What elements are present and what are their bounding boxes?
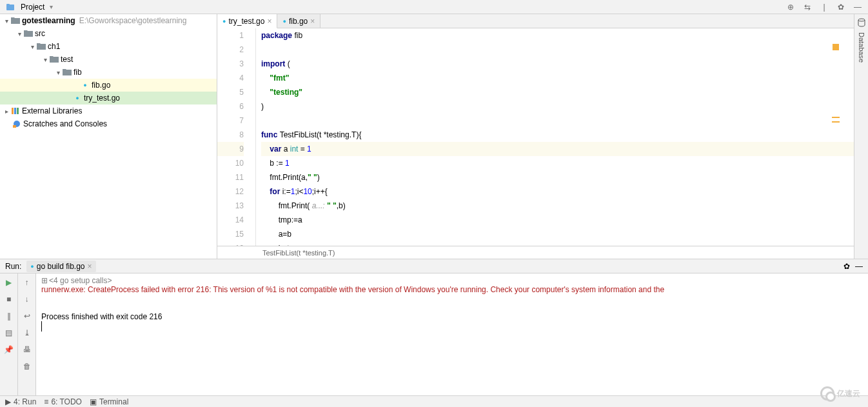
tree-folder-fib[interactable]: ▾ fib: [0, 66, 217, 79]
code-line[interactable]: fmt.Print(a," "): [261, 170, 854, 184]
hide-icon[interactable]: —: [855, 262, 863, 271]
code-line[interactable]: import (: [261, 57, 854, 71]
line-number: 4: [217, 71, 244, 85]
pin-icon[interactable]: 📌: [3, 343, 15, 356]
svg-rect-2: [12, 108, 14, 114]
code-line[interactable]: a=b: [261, 227, 854, 241]
editor-code[interactable]: package fib import ( "fmt" "testing") fu…: [256, 28, 854, 246]
editor-body[interactable]: 12345678910111213141516 package fib impo…: [217, 28, 854, 246]
locate-icon[interactable]: ⊕: [784, 1, 797, 14]
tree-label: test: [61, 55, 73, 64]
settings-icon[interactable]: ✿: [843, 262, 850, 271]
chevron-down-icon[interactable]: ▾: [41, 56, 49, 63]
svg-rect-3: [14, 108, 16, 114]
tree-folder-src[interactable]: ▾ src: [0, 27, 217, 40]
bottom-todo[interactable]: ≡ 6: TODO: [44, 397, 82, 406]
tab-fib[interactable]: ● fib.go ×: [277, 14, 321, 28]
run-side-toolbar: ▶ ■ ‖ ▤ 📌: [0, 273, 18, 395]
warning-line-marker[interactable]: [832, 117, 840, 118]
chevron-down-icon[interactable]: ▾: [15, 30, 23, 37]
chevron-down-icon[interactable]: ▾: [54, 69, 62, 76]
line-number: 7: [217, 114, 244, 128]
close-icon[interactable]: ×: [267, 17, 271, 26]
hide-icon[interactable]: —: [851, 1, 864, 14]
tree-folder-ch1[interactable]: ▾ ch1: [0, 40, 217, 53]
go-test-icon: ●: [72, 93, 83, 103]
code-line[interactable]: for i:=1;i<10;i++{: [261, 184, 854, 199]
project-path: E:\Goworkspace\gotestlearning: [79, 16, 187, 25]
run-tab[interactable]: ● go build fib.go ×: [26, 261, 95, 272]
line-number: 1: [217, 28, 244, 43]
library-icon: [10, 106, 21, 116]
run-panel: Run: ● go build fib.go × ✿ — ▶ ■ ‖ ▤ 📌 ↑…: [0, 259, 868, 395]
print-icon[interactable]: 🖶: [21, 343, 34, 356]
code-line[interactable]: "testing": [261, 85, 854, 99]
bottom-run[interactable]: ▶ 4: Run: [5, 397, 36, 406]
tree-label: External Libraries: [22, 106, 82, 115]
tree-scratches[interactable]: Scratches and Consoles: [0, 117, 217, 130]
tree-external-libraries[interactable]: ▸ External Libraries: [0, 104, 217, 117]
bottom-run-label: 4: Run: [14, 397, 36, 406]
code-line[interactable]: func TestFibList(t *testing.T){: [261, 128, 854, 142]
svg-point-7: [858, 19, 865, 21]
run-header: Run: ● go build fib.go × ✿ —: [0, 259, 868, 273]
go-file-icon: ●: [80, 80, 90, 90]
code-line[interactable]: ): [261, 99, 854, 114]
line-number: 9: [217, 142, 244, 156]
expand-icon[interactable]: ⇆: [801, 1, 814, 14]
project-label: Project: [21, 3, 44, 12]
code-line[interactable]: package fib: [261, 28, 854, 43]
tab-try-test[interactable]: ● try_test.go ×: [217, 14, 277, 28]
code-line[interactable]: tmp:=a: [261, 213, 854, 227]
tree-file-try-test[interactable]: ● try_test.go: [0, 92, 217, 104]
tree-root[interactable]: ▾ gotestlearning E:\Goworkspace\gotestle…: [0, 14, 217, 27]
code-line[interactable]: b := 1: [261, 156, 854, 170]
code-line[interactable]: fmt.Print( a...: " ",b): [261, 199, 854, 213]
console-output[interactable]: ⊞<4 go setup calls> runnerw.exe: CreateP…: [36, 273, 868, 395]
divider-icon: |: [818, 1, 831, 14]
dropdown-icon[interactable]: ▾: [50, 3, 53, 10]
close-icon[interactable]: ×: [88, 262, 92, 271]
line-number: 6: [217, 99, 244, 114]
folder-icon: [23, 28, 34, 39]
fold-icon[interactable]: ⊞: [41, 276, 48, 285]
stop-icon[interactable]: ■: [3, 293, 15, 306]
line-number: 13: [217, 199, 244, 213]
breadcrumb[interactable]: TestFibList(t *testing.T): [217, 246, 854, 259]
chevron-right-icon[interactable]: ▸: [3, 108, 10, 115]
pause-icon[interactable]: ‖: [3, 310, 15, 323]
up-icon[interactable]: ↑: [21, 276, 34, 289]
tree-folder-test[interactable]: ▾ test: [0, 53, 217, 66]
line-number: 2: [217, 43, 244, 57]
scroll-icon[interactable]: ⤓: [21, 326, 34, 339]
chevron-down-icon[interactable]: ▾: [28, 43, 36, 50]
code-line[interactable]: var a int = 1: [261, 142, 854, 156]
database-icon[interactable]: [857, 18, 866, 27]
marker-strip: [832, 43, 840, 246]
code-line[interactable]: "fmt": [261, 71, 854, 85]
chevron-down-icon[interactable]: ▾: [3, 17, 10, 25]
go-test-icon: ●: [222, 18, 226, 25]
tree-label: ch1: [48, 42, 60, 51]
close-icon[interactable]: ×: [310, 17, 315, 26]
code-line[interactable]: [261, 43, 854, 57]
code-line[interactable]: b=tmp+a: [261, 241, 854, 246]
warning-line-marker[interactable]: [832, 121, 840, 123]
line-number: 3: [217, 57, 244, 71]
svg-rect-4: [17, 108, 19, 114]
settings-icon[interactable]: ✿: [834, 1, 847, 14]
tree-file-fib[interactable]: ● fib.go: [0, 79, 217, 92]
trash-icon[interactable]: 🗑: [21, 360, 34, 373]
layout-icon[interactable]: ▤: [3, 326, 15, 339]
wrap-icon[interactable]: ↩: [21, 310, 34, 323]
bottom-terminal[interactable]: ▣ Terminal: [90, 397, 128, 406]
down-icon[interactable]: ↓: [21, 293, 34, 306]
right-tool-strip: Database: [854, 14, 868, 259]
code-line[interactable]: [261, 114, 854, 128]
project-tree[interactable]: ▾ gotestlearning E:\Goworkspace\gotestle…: [0, 14, 217, 259]
rerun-icon[interactable]: ▶: [3, 276, 15, 289]
database-tool[interactable]: Database: [856, 27, 867, 68]
bottom-terminal-label: Terminal: [99, 397, 128, 406]
warning-marker[interactable]: [833, 44, 839, 50]
line-number: 11: [217, 170, 244, 184]
